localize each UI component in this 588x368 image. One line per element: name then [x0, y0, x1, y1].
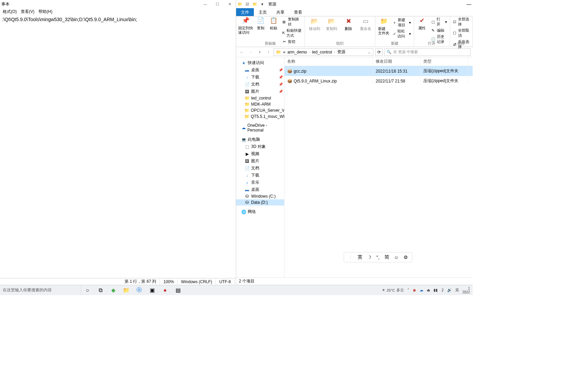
tray-icon[interactable]: ◉	[413, 288, 416, 292]
clock[interactable]: 1 2022	[462, 287, 470, 294]
taskbar-app-qt[interactable]: ◆	[107, 285, 120, 295]
tray-onedrive-icon[interactable]: ☁	[420, 288, 423, 292]
col-date[interactable]: 修改日期	[373, 57, 421, 66]
tab-file[interactable]: 文件	[236, 8, 254, 16]
close-button[interactable]: ✕	[224, 0, 236, 8]
nav-videos[interactable]: ▶视频	[236, 150, 284, 157]
delete-button[interactable]: ✖删除	[342, 17, 355, 31]
dropdown-icon[interactable]: ▾	[259, 1, 265, 7]
copy-path-button[interactable]: ⊞复制路径	[282, 16, 302, 27]
nav-folder-led[interactable]: 📁led_control	[236, 95, 284, 101]
maximize-button[interactable]: ☐	[211, 0, 224, 8]
tray-wifi-icon[interactable]: ⚳	[441, 288, 444, 292]
move-to-button[interactable]: 📂移动到	[308, 17, 321, 31]
paste-shortcut-button[interactable]: ⇱粘贴快捷方式	[282, 28, 302, 39]
tray-battery-icon[interactable]: ▮▮	[434, 288, 438, 292]
breadcrumb-prefix[interactable]: «	[283, 50, 285, 55]
nav-music[interactable]: ♪音乐	[236, 179, 284, 186]
copy-button[interactable]: 📄复制	[256, 16, 265, 30]
open-button[interactable]: ▢打开 ▾	[431, 16, 447, 27]
ime-simp[interactable]: 简	[385, 254, 389, 260]
taskbar-app-record[interactable]: ●	[159, 285, 172, 295]
notepad-titlebar[interactable]: 事本 — ☐ ✕	[0, 0, 236, 8]
nav-d-drive[interactable]: ⛁Data (D:)	[236, 199, 284, 205]
breadcrumb-item[interactable]: 资源	[337, 49, 345, 55]
breadcrumb-item[interactable]: arm_demo	[288, 50, 307, 55]
minimize-button[interactable]: —	[199, 0, 211, 8]
copy-to-button[interactable]: 📂复制到	[325, 17, 338, 31]
nav-folder-opcua[interactable]: 📁OPCUA_Server_V1.0.0	[236, 107, 284, 113]
up-button[interactable]: ↑	[265, 48, 272, 56]
rename-button[interactable]: ▭重命名	[359, 17, 372, 31]
ime-toolbar[interactable]: ⋮ 英 ☽ °, 简 ☺ ⚙	[344, 252, 412, 262]
notepad-text-area[interactable]: :\Qt\Qt5.9.0\Tools\mingw530_32\bin;D:\Qt…	[0, 15, 236, 278]
taskbar-search[interactable]: 在这里输入你要搜索的内容	[0, 285, 81, 295]
col-name[interactable]: 名称	[284, 57, 373, 66]
menu-format[interactable]: 格式(O)	[1, 9, 18, 15]
nav-downloads[interactable]: ↓下载📌	[236, 74, 284, 81]
minimize-button[interactable]: —	[467, 1, 471, 7]
taskbar-app-explorer[interactable]: 📁	[120, 285, 133, 295]
recent-dropdown[interactable]: ▾	[256, 48, 263, 56]
moon-icon[interactable]: ☽	[367, 255, 372, 260]
select-all-button[interactable]: ☑全部选择	[453, 16, 470, 27]
chevron-down-icon[interactable]: ⌄	[365, 50, 373, 55]
select-none-button[interactable]: ☐全部取消	[453, 28, 470, 39]
nav-downloads[interactable]: ↓下载	[236, 172, 284, 179]
new-folder-button[interactable]: 📁新建 文件夹	[378, 17, 389, 35]
chevron-right-icon[interactable]: ›	[334, 50, 335, 54]
forward-button[interactable]: →	[247, 48, 255, 56]
nav-folder-mdk[interactable]: 📁MDK-ARM	[236, 101, 284, 107]
nav-c-drive[interactable]: ⛁Windows (C:)	[236, 193, 284, 199]
chevron-right-icon[interactable]: ›	[309, 50, 310, 54]
refresh-button[interactable]: ⟳	[375, 48, 383, 56]
punct-icon[interactable]: °,	[376, 255, 380, 260]
file-row[interactable]: 📦Qt5.9.0_ARM_Linux.zip 2022/11/7 21:58 压…	[284, 76, 473, 86]
properties-button[interactable]: ✔属性	[417, 16, 427, 30]
nav-pane[interactable]: ★快速访问 ▬桌面📌 ↓下载📌 📄文档📌 🖼图片📌 📁led_control 📁…	[236, 57, 284, 277]
cut-button[interactable]: ✂剪切	[282, 39, 302, 45]
address-bar[interactable]: 📁 « arm_demo › led_control › 资源 ⌄	[274, 48, 373, 56]
tab-view[interactable]: 查看	[289, 8, 307, 16]
nav-documents[interactable]: 📄文档📌	[236, 81, 284, 88]
menu-view[interactable]: 查看(V)	[19, 9, 36, 15]
emoji-icon[interactable]: ☺	[394, 255, 399, 260]
back-button[interactable]: ←	[238, 48, 246, 56]
explorer-titlebar[interactable]: 📁 ☑ 📁 ▾ 资源 —	[236, 0, 473, 8]
nav-desktop[interactable]: ▬桌面	[236, 186, 284, 193]
nav-network[interactable]: 🌐网络	[236, 208, 284, 215]
new-item-button[interactable]: ＋新建项目 ▾	[393, 17, 411, 28]
menu-help[interactable]: 帮助(H)	[37, 9, 54, 15]
nav-quick-access[interactable]: ★快速访问	[236, 59, 284, 66]
task-view-button[interactable]: ⧉	[94, 285, 107, 295]
weather-widget[interactable]: ☀ 25°C 多云	[382, 288, 404, 293]
nav-desktop[interactable]: ▬桌面📌	[236, 66, 284, 74]
easy-access-button[interactable]: ✓轻松访问 ▾	[393, 28, 411, 39]
gear-icon[interactable]: ⚙	[404, 255, 408, 260]
tray-chevron-up[interactable]: ˄	[407, 288, 409, 292]
tab-share[interactable]: 共享	[272, 8, 289, 16]
nav-onedrive[interactable]: ☁OneDrive - Personal	[236, 122, 284, 133]
file-row[interactable]: 📦gcc.zip 2022/11/16 15:31 压缩(zipped)文件夹	[284, 66, 473, 76]
nav-pictures[interactable]: 🖼图片	[236, 157, 284, 165]
cortana-button[interactable]: ○	[81, 285, 94, 295]
ime-lang[interactable]: 英	[358, 254, 362, 260]
tray-volume-icon[interactable]: 🔊	[447, 288, 452, 292]
tab-home[interactable]: 主页	[254, 8, 272, 16]
paste-button[interactable]: 📋粘贴	[269, 16, 278, 30]
tray-usb-icon[interactable]: ⏏	[427, 288, 430, 292]
nav-pictures[interactable]: 🖼图片📌	[236, 88, 284, 95]
nav-documents[interactable]: 📄文档	[236, 165, 284, 172]
nav-folder-qt55[interactable]: 📁QT5.5.1_msvc_WDK_C	[236, 113, 284, 120]
pin-to-quick-button[interactable]: 📌固定到快 速访问	[239, 16, 252, 35]
ime-drag-handle[interactable]: ⋮	[348, 255, 353, 260]
taskbar-app-generic[interactable]: ▣	[146, 285, 159, 295]
nav-this-pc[interactable]: 💻此电脑	[236, 136, 284, 143]
edit-button[interactable]: ✎编辑	[431, 28, 447, 33]
tray-ime[interactable]: 英	[455, 288, 459, 293]
taskbar-app-generic[interactable]: ▤	[172, 285, 184, 295]
nav-3d-objects[interactable]: ⬚3D 对象	[236, 143, 284, 150]
col-type[interactable]: 类型	[421, 57, 468, 66]
breadcrumb-item[interactable]: led_control	[312, 50, 332, 55]
taskbar-app-edge[interactable]: ⓔ	[133, 285, 146, 295]
